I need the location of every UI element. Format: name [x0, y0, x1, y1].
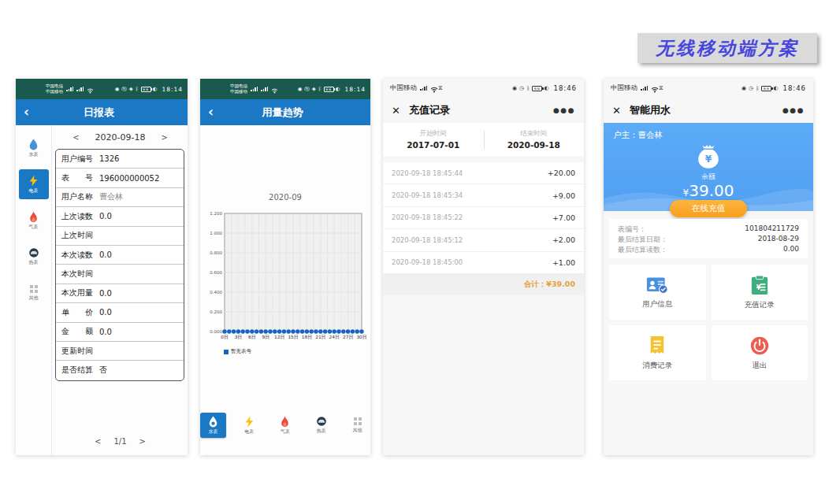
signal-icon [76, 87, 84, 92]
close-icon[interactable]: ✕ [612, 105, 621, 117]
logout-power-icon [749, 335, 770, 356]
next-date-button[interactable]: > [161, 133, 167, 142]
grid-icon [353, 417, 362, 426]
moon-icon: ◐ [336, 86, 341, 92]
current-date[interactable]: 2020-09-18 [95, 132, 146, 143]
info-row: 最后结算读数：0.00 [618, 245, 799, 255]
record-row[interactable]: 2020-09-18 18:45:44+20.00 [383, 162, 584, 184]
signal-icon [261, 87, 268, 92]
record-row[interactable]: 2020-09-18 18:45:00+1.00 [383, 252, 584, 274]
svg-text:27日: 27日 [343, 335, 353, 340]
daily-report-table: 用户编号1326 表 号196000000052 用户名称曹会林 上次读数0.0… [55, 149, 184, 381]
wifi-icon [271, 82, 278, 97]
table-row: 更新时间 [56, 342, 184, 361]
money-bag-icon: ¥ [695, 143, 722, 170]
tab-water[interactable]: 水表 [200, 413, 226, 438]
nav-bar: ‹ 用量趋势 [200, 99, 370, 125]
chart-title: 2020-09 [200, 193, 370, 202]
next-page-button[interactable]: > [139, 437, 146, 446]
signal-icon [420, 86, 427, 91]
tab-electric[interactable]: 电表 [236, 413, 262, 438]
wifi-icon [87, 82, 94, 97]
nfc-icon: Ⓝ [304, 86, 310, 93]
wifi-icon [430, 81, 438, 96]
banner-title: 无线移动端方案 [637, 33, 817, 63]
back-icon[interactable]: ‹ [24, 106, 29, 119]
alarm-icon: ◷ [749, 85, 754, 91]
table-row: 上次时间 [56, 227, 184, 246]
svg-text:¥: ¥ [705, 154, 712, 165]
sidebar-item-gas[interactable]: 气表 [19, 206, 49, 235]
legend-swatch [224, 350, 229, 354]
tab-gas[interactable]: 气表 [273, 413, 299, 438]
legend-label: 暂无表号 [231, 348, 251, 355]
menu-consumption-records[interactable]: 消费记录 [609, 325, 706, 380]
svg-text:6日: 6日 [248, 335, 256, 340]
svg-text:0.400: 0.400 [210, 290, 222, 295]
bluetooth-icon: ᛒ [526, 85, 530, 91]
online-recharge-button[interactable]: 在线充值 [670, 200, 747, 217]
title-bar: ✕ 智能用水 ●●● [604, 98, 813, 123]
prev-page-button[interactable]: < [95, 437, 101, 446]
status-time: 18:46 [554, 84, 578, 92]
moon-icon: ◐ [153, 86, 158, 92]
svg-text:1.200: 1.200 [210, 211, 222, 216]
end-date-filter[interactable]: 结束时间 2020-09-18 [484, 123, 585, 156]
back-icon[interactable]: ‹ [208, 106, 214, 119]
more-icon[interactable]: ●●● [782, 106, 805, 114]
tab-heat[interactable]: 热表 [308, 413, 334, 438]
sidebar-item-water[interactable]: 水表 [19, 133, 49, 163]
signal-icon [251, 87, 258, 92]
eye-icon: ◉ [298, 86, 303, 92]
pagination: < 1/1 > [53, 437, 188, 446]
chart-legend: 暂无表号 [224, 348, 251, 355]
menu-recharge-records[interactable]: ¥ 充值记录 [712, 265, 808, 320]
signal-icon [66, 87, 73, 92]
record-row[interactable]: 2020-09-18 18:45:22+7.00 [383, 207, 584, 229]
menu-grid: 用户信息 ¥ 充值记录 消费记录 [609, 265, 808, 380]
phone-smart-water: 中国移动 ⧖ ◉ ◷ ᛒ 66 ◐ 18:46 ✕ 智能用水 ●●● 户主：曹会… [604, 79, 813, 455]
usage-trend-chart[interactable]: 1.2001.0000.8000.6000.4000.2000.0000日3日6… [204, 207, 366, 346]
svg-text:30日: 30日 [356, 335, 366, 340]
phone-recharge-records: 中国移动 ⧖ ◉ ◷ ᛒ 66 ◐ 18:46 ✕ 充值记录 ●●● 开始时间 … [383, 79, 584, 455]
menu-user-info[interactable]: 用户信息 [609, 265, 706, 320]
water-drop-icon [208, 416, 218, 428]
carrier: 中国移动 [611, 83, 637, 93]
nav-bar: ‹ 日报表 [16, 99, 188, 125]
record-row[interactable]: 2020-09-18 18:45:12+2.00 [383, 229, 584, 251]
tab-other[interactable]: 其他 [344, 413, 370, 438]
svg-text:0.200: 0.200 [210, 309, 222, 314]
total-row: 合计：¥39.00 [383, 274, 584, 295]
info-row: 最后结算日期：2018-08-29 [618, 235, 799, 245]
prev-date-button[interactable]: < [72, 133, 79, 142]
total-amount: 合计：¥39.00 [524, 280, 575, 290]
sidebar-item-electric[interactable]: 电表 [19, 169, 49, 199]
status-bar: 中国移动 ⧖ ◉ ◷ ᛒ 66 ◐ 18:46 [383, 79, 584, 98]
menu-logout[interactable]: 退出 [712, 325, 808, 380]
close-icon[interactable]: ✕ [392, 105, 400, 117]
page-title: 智能用水 [630, 103, 671, 117]
bluetooth-icon: ᛒ [136, 86, 139, 92]
carrier-2: 中国移动 [46, 89, 63, 94]
phone-usage-trend: 中国电信 中国移动 ◉ Ⓝ ◈ ᛒ 66 ◐ 18:14 ‹ 用量趋势 2020… [200, 79, 370, 455]
grid-icon [29, 284, 39, 294]
report-main: < 2020-09-18 > 用户编号1326 表 号196000000052 … [53, 125, 188, 455]
table-row: 是否结算否 [56, 361, 184, 380]
svg-text:0.600: 0.600 [210, 270, 222, 275]
sidebar-item-other[interactable]: 其他 [19, 278, 49, 308]
sidebar-item-heat[interactable]: 热表 [19, 242, 49, 272]
table-row: 本次用量0.0 [56, 284, 184, 303]
status-bar: 中国电信 中国移动 ◉ Ⓝ ◈ ᛒ 66 ◐ 18:14 [200, 79, 370, 99]
recharge-record-icon: ¥ [750, 275, 769, 295]
record-row[interactable]: 2020-09-18 18:45:34+9.00 [383, 184, 584, 206]
start-date-filter[interactable]: 开始时间 2017-07-01 [383, 123, 484, 156]
svg-text:0日: 0日 [221, 335, 229, 340]
consume-record-icon [649, 335, 666, 356]
moon-icon: ◐ [773, 85, 779, 91]
more-icon[interactable]: ●●● [553, 106, 575, 114]
user-info-icon [646, 276, 668, 295]
shield-icon: ◈ [129, 86, 134, 92]
info-row: 表编号：101804211729 [618, 224, 799, 235]
phone-daily-report: 中国电信 中国移动 ◉ Ⓝ ◈ ᛒ 66 ◐ 18:14 ‹ 日报表 水表 电表 [16, 79, 188, 455]
heat-meter-icon [28, 247, 39, 258]
